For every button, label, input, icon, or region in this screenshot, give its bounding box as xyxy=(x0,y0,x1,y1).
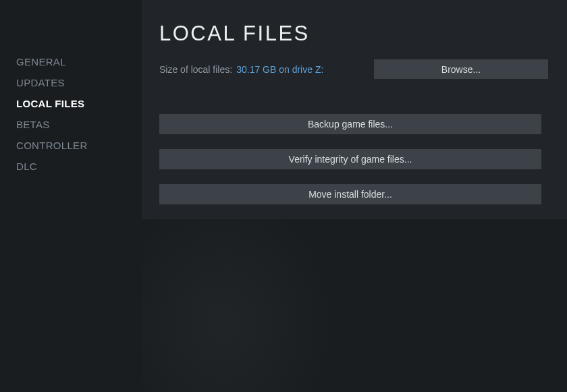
sidebar-item-controller[interactable]: CONTROLLER xyxy=(16,135,142,156)
sidebar: GENERAL UPDATES LOCAL FILES BETAS CONTRO… xyxy=(0,0,142,392)
size-value[interactable]: 30.17 GB on drive Z: xyxy=(236,64,323,75)
main-panel: LOCAL FILES Size of local files: 30.17 G… xyxy=(142,0,567,219)
sidebar-item-general[interactable]: GENERAL xyxy=(16,51,142,72)
browse-button[interactable]: Browse... xyxy=(374,59,548,79)
sidebar-item-label: LOCAL FILES xyxy=(16,98,84,109)
sidebar-item-updates[interactable]: UPDATES xyxy=(16,72,142,93)
sidebar-item-label: BETAS xyxy=(16,119,50,130)
sidebar-item-label: GENERAL xyxy=(16,56,66,67)
size-label: Size of local files: xyxy=(159,64,232,75)
sidebar-item-betas[interactable]: BETAS xyxy=(16,114,142,135)
sidebar-item-dlc[interactable]: DLC xyxy=(16,156,142,177)
page-title: LOCAL FILES xyxy=(159,22,548,46)
move-button[interactable]: Move install folder... xyxy=(159,184,541,204)
size-row: Size of local files: 30.17 GB on drive Z… xyxy=(159,59,548,79)
size-text: Size of local files: 30.17 GB on drive Z… xyxy=(159,64,323,75)
sidebar-item-label: DLC xyxy=(16,161,37,172)
sidebar-item-local-files[interactable]: LOCAL FILES xyxy=(16,93,142,114)
verify-button[interactable]: Verify integrity of game files... xyxy=(159,149,541,169)
backup-button[interactable]: Backup game files... xyxy=(159,114,541,134)
sidebar-item-label: UPDATES xyxy=(16,77,65,88)
sidebar-item-label: CONTROLLER xyxy=(16,140,88,151)
